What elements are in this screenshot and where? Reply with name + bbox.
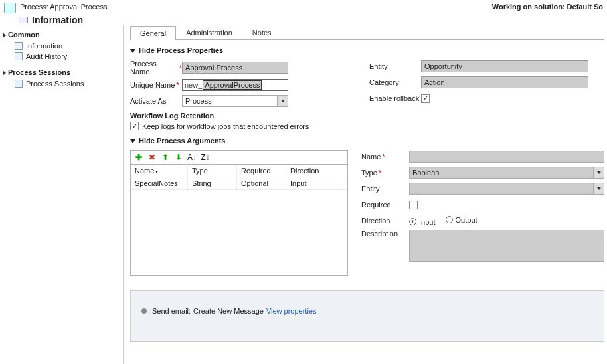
direction-input-radio[interactable]: Input (409, 218, 435, 226)
audit-history-icon (15, 52, 23, 60)
page-title: Information (32, 15, 83, 25)
category-field: Action (421, 76, 588, 88)
activate-as-select[interactable]: Process (182, 95, 288, 107)
step-row[interactable]: Send email: Create New Message View prop… (136, 307, 598, 315)
dropdown-icon (593, 183, 604, 194)
chevron-down-icon (130, 49, 135, 53)
activate-as-label: Activate As (130, 97, 182, 105)
arg-description-label: Description (361, 230, 409, 238)
arg-entity-select[interactable] (409, 183, 604, 195)
dropdown-icon (593, 167, 604, 178)
arg-entity-label: Entity (361, 185, 409, 193)
delete-argument-button[interactable]: ✖ (147, 153, 157, 162)
sort-desc-button[interactable]: Z↓ (201, 153, 210, 162)
sidebar-item-process-sessions[interactable]: Process Sessions (3, 78, 123, 89)
unique-name-field[interactable]: new_ ApprovalProcess (182, 79, 288, 91)
entity-label: Entity (369, 62, 421, 70)
hide-process-properties-toggle[interactable]: Hide Process Properties (130, 46, 604, 54)
grid-header-type[interactable]: Type (188, 165, 237, 177)
table-row[interactable]: SpecialNotes String Optional Input (131, 177, 347, 190)
view-properties-link[interactable]: View properties (266, 307, 317, 315)
process-name-label: Process Name* (130, 60, 182, 76)
arg-description-textarea[interactable] (409, 230, 604, 262)
arguments-toolbar: ✚ ✖ ⬆ ⬇ A↓ Z↓ (130, 150, 348, 164)
keep-logs-checkbox[interactable] (130, 122, 139, 130)
solution-label: Working on solution: Default So (492, 3, 603, 11)
tab-administration[interactable]: Administration (176, 25, 242, 39)
category-label: Category (369, 78, 421, 86)
add-argument-button[interactable]: ✚ (134, 153, 143, 162)
enable-rollback-checkbox[interactable] (421, 94, 430, 103)
grid-header-required[interactable]: Required (237, 165, 286, 177)
grid-header-direction[interactable]: Direction (286, 165, 335, 177)
grid-header-name[interactable]: Name (131, 165, 188, 177)
tab-general[interactable]: General (130, 26, 176, 40)
entity-field: Opportunity (421, 60, 588, 72)
tab-notes[interactable]: Notes (242, 25, 282, 39)
arg-direction-label: Direction (361, 217, 409, 225)
keep-logs-label: Keep logs for workflow jobs that encount… (142, 122, 309, 130)
arg-name-input[interactable] (409, 151, 604, 163)
sidebar-section-common: Common (3, 29, 123, 41)
process-sessions-icon (15, 80, 23, 88)
move-up-button[interactable]: ⬆ (161, 153, 170, 162)
direction-output-radio[interactable]: Output (446, 216, 477, 224)
arg-required-checkbox[interactable] (409, 201, 418, 209)
arg-name-label: Name* (361, 153, 409, 161)
information-item-icon (15, 42, 23, 50)
enable-rollback-label: Enable rollback (369, 94, 421, 102)
sidebar-item-information[interactable]: Information (3, 41, 123, 51)
dropdown-icon (277, 96, 288, 106)
process-name-field[interactable]: Approval Process (182, 62, 288, 74)
step-label: Send email: (152, 307, 191, 315)
sort-asc-button[interactable]: A↓ (187, 153, 197, 162)
sidebar-item-audit-history[interactable]: Audit History (3, 51, 123, 62)
unique-name-label: Unique Name* (130, 81, 182, 89)
process-breadcrumb: Process: Approval Process (20, 3, 107, 11)
step-value: Create New Message (193, 307, 264, 315)
chevron-down-icon (130, 139, 135, 143)
arg-required-label: Required (361, 201, 409, 209)
arg-type-label: Type* (361, 169, 409, 177)
workflow-log-heading: Workflow Log Retention (130, 112, 363, 120)
move-down-button[interactable]: ⬇ (174, 153, 183, 162)
hide-process-arguments-toggle[interactable]: Hide Process Arguments (130, 137, 604, 145)
information-icon (19, 17, 28, 23)
step-container: Send email: Create New Message View prop… (130, 290, 604, 342)
step-bullet-icon (141, 308, 147, 314)
arg-type-select[interactable]: Boolean (409, 167, 604, 179)
keep-logs-checkbox-row[interactable]: Keep logs for workflow jobs that encount… (130, 122, 363, 130)
arguments-grid: Name Type Required Direction SpecialNote… (130, 164, 348, 276)
sidebar: Common Information Audit History Process… (0, 25, 124, 364)
tab-strip: General Administration Notes (130, 25, 604, 40)
process-icon (4, 3, 16, 13)
sidebar-section-sessions: Process Sessions (3, 67, 123, 78)
